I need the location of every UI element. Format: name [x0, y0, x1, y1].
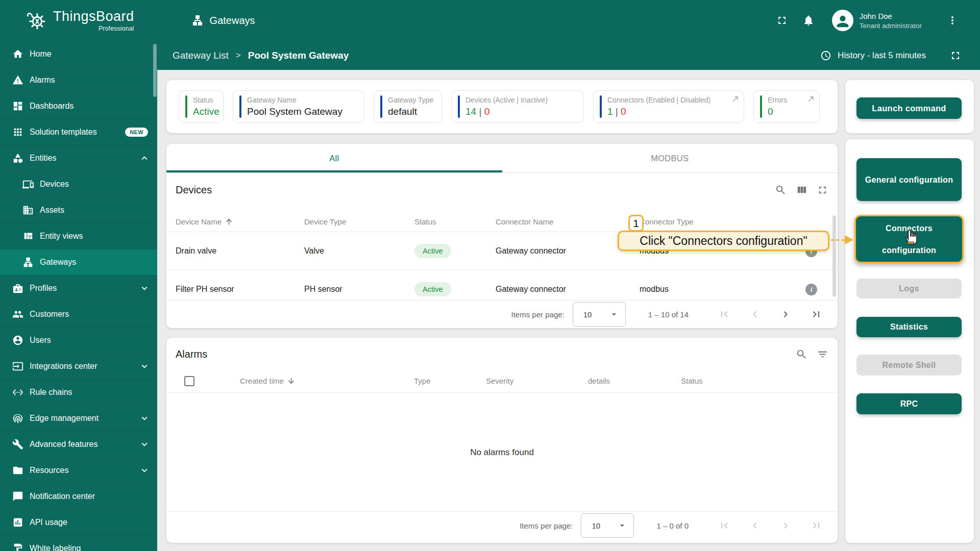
- alarms-column-status[interactable]: Status: [681, 377, 838, 385]
- page-size-select[interactable]: 10: [573, 302, 626, 327]
- devices-column-connector-type[interactable]: Connector Type: [640, 217, 838, 226]
- devices-scrollbar[interactable]: [832, 215, 836, 297]
- avatar[interactable]: [832, 10, 853, 31]
- tab-all[interactable]: All: [166, 144, 502, 172]
- sidebar-item-devices[interactable]: Devices: [0, 171, 157, 197]
- tab-modbus[interactable]: MODBUS: [502, 144, 838, 172]
- connector-tabs: AllMODBUS: [166, 144, 838, 173]
- card-label: Status: [193, 96, 219, 104]
- sidebar-item-gateways[interactable]: Gateways: [0, 249, 157, 275]
- sidebar-item-dashboards[interactable]: Dashboards: [0, 93, 157, 119]
- devices-pagination: Items per page: 10 1 – 10 of 14: [166, 300, 838, 328]
- breadcrumb-gateway-list[interactable]: Gateway List: [173, 50, 229, 61]
- sidebar-item-label: Solution templates: [30, 128, 97, 137]
- users-icon: [12, 335, 23, 346]
- sidebar-item-label: Advanced features: [30, 440, 97, 449]
- general-configuration-button[interactable]: General configuration: [856, 158, 962, 201]
- previous-page-button[interactable]: [749, 308, 761, 320]
- entity-views-icon: [22, 231, 34, 242]
- sidebar-item-advanced-features[interactable]: Advanced features: [0, 431, 157, 457]
- chevron-down-icon: [139, 465, 150, 476]
- next-page-button[interactable]: [779, 308, 792, 320]
- first-page-button[interactable]: [718, 519, 730, 532]
- sidebar-item-customers[interactable]: Customers: [0, 301, 157, 327]
- breadcrumb: Gateway List > Pool System Gateway: [173, 50, 349, 61]
- sidebar-item-alarms[interactable]: Alarms: [0, 67, 157, 93]
- advanced-features-icon: [12, 439, 23, 450]
- alarms-column-type[interactable]: Type: [414, 377, 486, 385]
- user-menu[interactable]: John Doe Tenant administrator: [860, 12, 922, 30]
- edge-management-icon: [12, 413, 23, 424]
- devices-column-connector-name[interactable]: Connector Name: [496, 217, 640, 226]
- card-accent-bar: [600, 95, 602, 118]
- columns-icon[interactable]: [796, 184, 807, 196]
- more-menu-button[interactable]: [942, 10, 963, 31]
- card-label: Gateway Type: [388, 96, 433, 104]
- devices-fullscreen-icon[interactable]: [817, 184, 828, 196]
- fullscreen-button[interactable]: [772, 10, 792, 31]
- open-link-icon[interactable]: [731, 95, 740, 103]
- alarms-table-header: Created timeTypeSeveritydetailsStatus: [166, 369, 838, 393]
- sidebar-item-resources[interactable]: Resources: [0, 457, 157, 483]
- rpc-button[interactable]: RPC: [856, 393, 962, 414]
- sidebar-item-label: Gateways: [40, 258, 76, 267]
- device-info-button[interactable]: i: [805, 284, 817, 295]
- tutorial-tooltip: Click "Connectors configuration": [618, 231, 829, 251]
- remote-shell-button[interactable]: Remote Shell: [856, 355, 962, 375]
- card-label: Gateway Name: [247, 96, 342, 104]
- solution-templates-icon: [12, 127, 23, 138]
- alarms-icon: [12, 74, 23, 86]
- sidebar-item-entities[interactable]: Entities: [0, 145, 157, 171]
- card-accent-bar: [458, 95, 460, 118]
- sidebar-item-api-usage[interactable]: API usage: [0, 509, 157, 535]
- sidebar-item-entity-views[interactable]: Entity views: [0, 223, 157, 249]
- sidebar-item-profiles[interactable]: Profiles: [0, 275, 157, 301]
- select-all-checkbox[interactable]: [184, 376, 194, 386]
- main-content: Status Active Gateway Name Pool System G…: [157, 70, 980, 551]
- sidebar-item-rule-chains[interactable]: Rule chains: [0, 379, 157, 405]
- sidebar-item-label: Assets: [40, 206, 64, 215]
- devices-search-icon[interactable]: [775, 184, 787, 196]
- first-page-button[interactable]: [718, 308, 730, 320]
- sidebar-item-label: Entities: [30, 154, 56, 163]
- devices-column-device-name[interactable]: Device Name: [176, 217, 304, 226]
- card-accent-bar: [380, 95, 382, 118]
- logs-button[interactable]: Logs: [856, 279, 962, 298]
- sidebar-scrollbar[interactable]: [153, 44, 157, 97]
- alarms-column-details[interactable]: details: [588, 377, 681, 385]
- next-page-button[interactable]: [779, 519, 792, 532]
- previous-page-button[interactable]: [749, 519, 761, 532]
- sidebar-item-label: Home: [30, 49, 52, 59]
- statistics-button[interactable]: Statistics: [856, 317, 962, 337]
- page-size-select[interactable]: 10: [581, 513, 634, 538]
- alarms-column-severity[interactable]: Severity: [486, 377, 588, 385]
- sidebar-item-users[interactable]: Users: [0, 327, 157, 353]
- sidebar-item-white-labeling[interactable]: White labeling: [0, 535, 157, 551]
- launch-command-button[interactable]: Launch command: [856, 97, 962, 119]
- last-page-button[interactable]: [810, 519, 822, 532]
- devices-column-status[interactable]: Status: [414, 217, 496, 226]
- sidebar-item-solution-templates[interactable]: Solution templatesNEW: [0, 119, 157, 145]
- alarms-column-created-time[interactable]: Created time: [240, 377, 414, 385]
- device-row-filter-ph-sensor[interactable]: Filter PH sensor PH sensor Active Gatewa…: [166, 270, 838, 300]
- devices-column-device-type[interactable]: Device Type: [304, 217, 414, 226]
- card-value: Active: [193, 106, 219, 117]
- dashboard-fullscreen-icon[interactable]: [949, 49, 962, 62]
- sidebar-item-assets[interactable]: Assets: [0, 197, 157, 223]
- alarms-search-icon[interactable]: [796, 348, 807, 360]
- sidebar-item-edge-management[interactable]: Edge management: [0, 405, 157, 431]
- sidebar-item-notification-center[interactable]: Notification center: [0, 483, 157, 509]
- alarms-filter-icon[interactable]: [817, 348, 828, 360]
- status-card-errors[interactable]: Errors 0: [753, 90, 820, 123]
- status-card-connectors[interactable]: Connectors (Enabled | Disabled) 1 | 0: [593, 90, 744, 123]
- sidebar-item-home[interactable]: Home: [0, 41, 157, 67]
- history-timewindow[interactable]: History - last 5 minutes: [820, 49, 962, 62]
- sidebar-item-label: Entity views: [40, 232, 83, 241]
- notifications-button[interactable]: [798, 10, 819, 31]
- sidebar-item-label: Resources: [30, 466, 68, 475]
- devices-icon: [22, 179, 34, 190]
- sidebar-item-integrations-center[interactable]: Integrations center: [0, 353, 157, 379]
- open-link-icon[interactable]: [807, 95, 815, 103]
- last-page-button[interactable]: [810, 308, 822, 320]
- thingsboard-logo[interactable]: ThingsBoard Professional: [24, 9, 134, 32]
